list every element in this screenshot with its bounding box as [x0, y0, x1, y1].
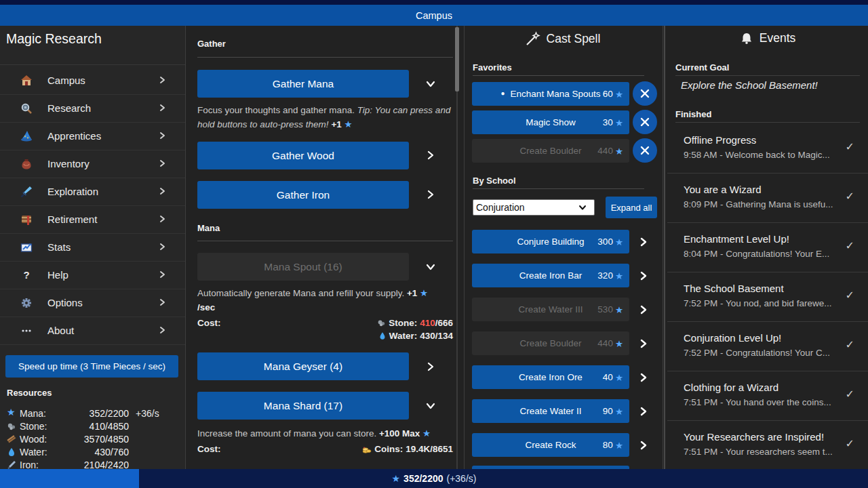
cost-resource-label: Coins: [374, 444, 403, 454]
sidebar-item-stats[interactable]: Stats [0, 233, 185, 262]
chevron-right-icon[interactable] [638, 338, 649, 349]
sidebar-item-campus[interactable]: Campus [0, 66, 185, 95]
chevron-right-icon[interactable] [638, 270, 649, 281]
house-icon [20, 75, 33, 87]
sidebar-item-label: Retirement [47, 214, 97, 225]
wizard-hat-icon [20, 130, 33, 142]
chevron-down-icon[interactable] [425, 262, 436, 272]
sidebar-item-retirement[interactable]: Retirement [0, 205, 185, 234]
event-title: Your Researchers are Inspired! [684, 431, 824, 443]
event-row[interactable]: Your Researchers are Inspired! 7:51 PM -… [667, 420, 868, 470]
check-icon: ✓ [846, 289, 854, 302]
scrollbar-thumb[interactable] [455, 27, 459, 92]
chevron-right-icon[interactable] [425, 189, 436, 200]
gather-wood-button[interactable]: Gather Wood [197, 142, 409, 169]
remove-favorite-button[interactable] [633, 81, 657, 106]
cost-resource-label: Water: [389, 331, 418, 341]
event-row[interactable]: The School Basement 7:52 PM - You nod, a… [667, 272, 868, 322]
cost-value: 19.4K/8651 [406, 444, 453, 454]
bag-icon [20, 158, 33, 170]
sidebar-item-label: Options [47, 297, 83, 308]
favorite-spell-button-create-boulder[interactable]: Create Boulder 440★ [472, 139, 629, 163]
remove-favorite-button[interactable] [633, 138, 657, 163]
mana-star-icon: ★ [615, 117, 623, 128]
sidebar-item-inventory[interactable]: Inventory [0, 150, 185, 178]
check-icon: ✓ [846, 437, 854, 450]
by-school-header: By School [473, 176, 516, 186]
mana-geyser-button[interactable]: Mana Geyser (4) [197, 352, 409, 380]
chevron-right-icon[interactable] [638, 237, 649, 247]
event-title: The School Basement [684, 283, 784, 294]
chevron-right-icon[interactable] [638, 440, 649, 451]
school-select[interactable]: Conjuration [473, 199, 595, 216]
chevron-right-icon [158, 131, 166, 140]
chevron-right-icon[interactable] [425, 150, 436, 161]
event-subtitle: 8:04 PM - Congratulations! Your E... [684, 249, 840, 259]
chevron-right-icon[interactable] [638, 304, 649, 315]
mana-shard-button[interactable]: Mana Shard (17) [197, 392, 409, 420]
sidebar-item-apprentices[interactable]: Apprentices [0, 122, 185, 150]
mana-progress-bar: ★ 352/2200 (+36/s) [0, 469, 868, 488]
event-title: Enchantment Level Up! [684, 233, 789, 245]
chevron-right-icon [158, 159, 166, 167]
favorite-spell-button-magic-show[interactable]: Magic Show 30★ [472, 110, 629, 134]
spell-button-create-water-iii[interactable]: Create Water III 530★ [472, 298, 629, 321]
event-row[interactable]: Offline Progress 9:58 AM - Welcome back … [667, 123, 868, 174]
event-row[interactable]: You are a Wizard 8:09 PM - Gathering Man… [667, 173, 868, 223]
speed-up-time-button[interactable]: Speed up time (3 Time Pieces / sec) [5, 355, 178, 378]
sidebar-item-research[interactable]: Research [0, 94, 185, 123]
mana-spout-button[interactable]: Mana Spout (16) [197, 253, 409, 281]
active-spell-bullet: ● [501, 89, 505, 97]
resource-value: 430/760 [34, 447, 129, 458]
spell-button-conjure-building[interactable]: Conjure Building 300★ [472, 230, 629, 253]
water-drop-icon [378, 331, 387, 340]
sidebar-item-help[interactable]: ? Help [0, 261, 185, 289]
page-title-bar: Campus [0, 5, 868, 26]
event-row[interactable]: Enchantment Level Up! 8:04 PM - Congratu… [667, 222, 868, 272]
remove-favorite-button[interactable] [633, 110, 657, 134]
chevron-right-icon[interactable] [638, 372, 649, 383]
spell-button-create-boulder[interactable]: Create Boulder 440★ [472, 331, 629, 355]
chevron-right-icon [158, 298, 166, 306]
mana-star-icon: ★ [344, 119, 353, 129]
chevron-right-icon [158, 187, 166, 195]
divider [197, 57, 453, 58]
spell-button-create-water-ii[interactable]: Create Water II 90★ [472, 399, 629, 423]
mana-shard-cost: Coins: 19.4K/8651 [197, 443, 453, 455]
gather-iron-button[interactable]: Gather Iron [197, 181, 409, 209]
resource-row-wood: Wood: 3570/4850 [7, 433, 176, 446]
expand-all-button[interactable]: Expand all [606, 197, 657, 218]
event-subtitle: 7:51 PM - Your researchers seem t... [684, 447, 840, 457]
spell-button-create-rock[interactable]: Create Rock 80★ [472, 433, 629, 457]
favorite-spell-button-enchant-mana-spouts[interactable]: ● Enchant Mana Spouts 60★ [472, 82, 629, 106]
chevron-right-icon[interactable] [638, 406, 649, 417]
sidebar-item-label: Inventory [47, 158, 90, 169]
sidebar-item-label: Stats [47, 241, 71, 253]
gather-mana-button[interactable]: Gather Mana [197, 70, 409, 98]
event-subtitle: 9:58 AM - Welcome back to Magic... [684, 150, 840, 160]
spell-button-create-iron-bar[interactable]: Create Iron Bar 320★ [472, 264, 629, 287]
divider [675, 75, 860, 76]
mana-star-icon: ★ [422, 428, 431, 439]
mana-star-icon: ★ [615, 304, 623, 315]
iron-icon [7, 460, 16, 470]
resource-row-water: Water: 430/760 [7, 446, 176, 459]
event-row[interactable]: Clothing for a Wizard 7:51 PM - You hand… [667, 371, 868, 421]
spell-button-create-iron-ore[interactable]: Create Iron Ore 40★ [472, 365, 629, 389]
water-drop-icon [7, 447, 16, 457]
sidebar-item-about[interactable]: About [0, 317, 185, 345]
chevron-down-icon[interactable] [425, 401, 436, 411]
sidebar-item-label: Research [47, 102, 91, 114]
check-icon: ✓ [846, 338, 854, 351]
sidebar-item-exploration[interactable]: Exploration [0, 178, 185, 206]
event-row[interactable]: Conjuration Level Up! 7:52 PM - Congratu… [667, 321, 868, 371]
app-title: Magic Research [6, 31, 102, 47]
chevron-down-icon[interactable] [425, 79, 436, 89]
event-title: Offline Progress [684, 134, 756, 146]
sidebar-item-options[interactable]: Options [0, 289, 185, 317]
chevron-right-icon[interactable] [425, 361, 436, 372]
chevron-right-icon [158, 76, 166, 84]
scrollbar-track [456, 26, 458, 469]
cost-have-insufficient: 410 [420, 318, 435, 328]
check-icon: ✓ [846, 388, 854, 401]
